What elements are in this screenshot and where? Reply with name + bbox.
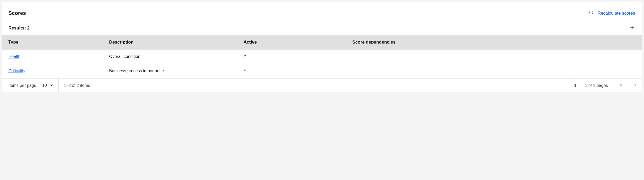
items-per-page-label: Items per page: xyxy=(8,83,37,88)
type-link[interactable]: Health xyxy=(8,54,20,59)
caret-right-icon xyxy=(634,83,636,87)
pages-label: 1 of 1 pages xyxy=(585,79,614,92)
refresh-icon xyxy=(589,10,594,16)
table-row: Health Overall condition Y xyxy=(2,50,642,64)
table-row: Criticality Business process importance … xyxy=(2,64,642,78)
cell-dependencies xyxy=(348,50,642,64)
svg-marker-3 xyxy=(635,83,636,87)
recalculate-scores-button[interactable]: Recalculate scores xyxy=(588,8,636,18)
scores-table: Type Description Active Score dependenci… xyxy=(2,35,642,78)
chevron-down-icon xyxy=(49,83,53,88)
type-link[interactable]: Criticality xyxy=(8,69,25,73)
table-header-row: Type Description Active Score dependenci… xyxy=(2,35,642,50)
cell-active: Y xyxy=(239,64,348,78)
header-dependencies[interactable]: Score dependencies xyxy=(348,35,642,50)
page-select-value: 1 xyxy=(574,83,577,88)
pagination-bar: Items per page: 10 1–2 of 2 items 1 1 of… xyxy=(2,78,642,92)
plus-icon xyxy=(630,27,635,31)
cell-dependencies xyxy=(348,64,642,78)
panel-title: Scores xyxy=(8,10,26,16)
items-range: 1–2 of 2 items xyxy=(59,79,568,92)
items-per-page: Items per page: 10 xyxy=(2,79,59,92)
add-button[interactable] xyxy=(629,24,636,32)
scores-panel: Scores Recalculate scores Results: 2 xyxy=(2,2,642,92)
header-type[interactable]: Type xyxy=(2,35,104,50)
cell-description: Overall condition xyxy=(104,50,239,64)
caret-left-icon xyxy=(620,83,622,87)
recalculate-label: Recalculate scores xyxy=(597,11,635,16)
header-description[interactable]: Description xyxy=(104,35,239,50)
results-count: Results: 2 xyxy=(8,26,30,31)
items-per-page-value: 10 xyxy=(42,83,47,88)
prev-page-button[interactable] xyxy=(614,79,628,92)
items-per-page-select[interactable]: 10 xyxy=(42,83,53,88)
next-page-button[interactable] xyxy=(628,79,642,92)
page-select[interactable]: 1 xyxy=(568,79,585,92)
results-row: Results: 2 xyxy=(2,21,642,35)
header-active[interactable]: Active xyxy=(239,35,348,50)
cell-active: Y xyxy=(239,50,348,64)
svg-marker-2 xyxy=(620,83,622,87)
cell-description: Business process importance xyxy=(104,64,239,78)
panel-header: Scores Recalculate scores xyxy=(2,8,642,21)
